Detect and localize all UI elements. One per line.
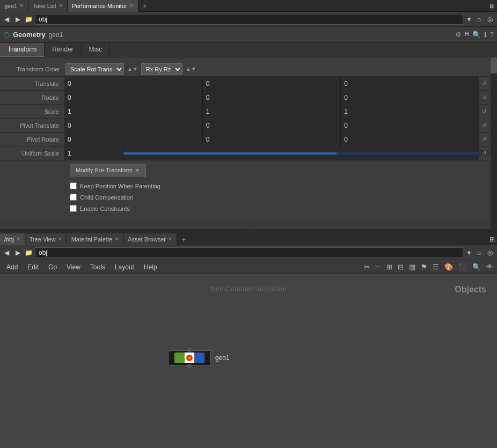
menu-help[interactable]: Help (140, 260, 162, 274)
top-add-tab-button[interactable]: + (138, 2, 151, 10)
bottom-path-input[interactable] (35, 247, 463, 258)
menu-go[interactable]: Go (44, 260, 61, 274)
bottom-tab-list-icon[interactable]: ⊞ (489, 236, 495, 243)
tab-take-list[interactable]: Take List ✕ (28, 0, 67, 12)
tab-list-icon[interactable]: ⊞ (489, 2, 495, 10)
transform-order-select-2[interactable]: Rx Ry Rz (141, 63, 182, 75)
bottom-globe-button[interactable]: ◎ (485, 248, 495, 258)
rotate-x[interactable] (64, 91, 203, 105)
help-icon[interactable]: ? (490, 31, 494, 39)
pivot-rotate-y[interactable] (203, 133, 341, 146)
rotate-z[interactable] (341, 91, 479, 105)
columns-icon[interactable]: ▦ (407, 263, 417, 271)
pivot-rotate-label: Pivot Rotate (0, 136, 64, 143)
tab-perf-close[interactable]: ✕ (129, 3, 134, 9)
tab-tree-close[interactable]: ✕ (58, 236, 62, 242)
tree-icon[interactable]: ⊢ (374, 263, 383, 271)
scale-action[interactable]: ↺ (479, 108, 489, 114)
tab-performance-monitor[interactable]: Performance Monitor ✕ (68, 0, 138, 12)
sub-tabs: Transform Render Misc (0, 43, 497, 57)
forward-button[interactable]: ▶ (13, 14, 23, 24)
search-bottom-icon[interactable]: 🔍 (471, 263, 483, 271)
rotate-action[interactable]: ↺ (479, 94, 489, 100)
back-button[interactable]: ◀ (2, 14, 11, 24)
path-input[interactable] (35, 14, 463, 25)
menu-layout[interactable]: Layout (111, 260, 138, 274)
keep-position-checkbox[interactable] (70, 182, 77, 189)
color-icon[interactable]: 🎨 (443, 263, 455, 271)
tab-asset-browser[interactable]: Asset Browser ✕ (123, 233, 177, 245)
translate-label: Translate (0, 80, 64, 87)
menu-add[interactable]: Add (2, 260, 22, 274)
cut-icon[interactable]: ✂ (362, 263, 371, 271)
translate-z[interactable] (341, 77, 479, 91)
menu-view[interactable]: View (62, 260, 85, 274)
tab-material-close[interactable]: ✕ (114, 236, 119, 242)
box-icon[interactable]: ⬛ (457, 263, 469, 271)
menu-icon-area: ✂ ⊢ ⊞ ⊟ ▦ ⚑ ☰ 🎨 ⬛ 🔍 👁 (362, 263, 495, 271)
eye-icon[interactable]: 👁 (485, 263, 495, 271)
tab-misc[interactable]: Misc (82, 43, 111, 57)
pivot-rotate-x[interactable] (64, 133, 203, 146)
home-button[interactable]: ⌂ (475, 14, 483, 24)
h-icon[interactable]: H (465, 31, 469, 39)
globe-button[interactable]: ◎ (485, 14, 495, 24)
pivot-translate-action[interactable]: ↺ (479, 122, 489, 128)
node-color-green (174, 352, 185, 363)
pivot-rotate-row: Pivot Rotate ↺ (0, 133, 489, 146)
viewport[interactable]: Non-Commercial Edition Objects (0, 274, 497, 448)
scrollbar-thumb[interactable] (491, 57, 497, 74)
scale-z[interactable] (341, 105, 479, 119)
child-compensation-checkbox[interactable] (70, 194, 77, 201)
bottom-add-tab-button[interactable]: + (177, 235, 190, 244)
gear-icon[interactable]: ⚙ (455, 31, 462, 39)
tab-tree-label: Tree View (30, 236, 56, 243)
menu-tools[interactable]: Tools (86, 260, 109, 274)
dropdown-arrow[interactable]: ▾ (465, 14, 473, 24)
bottom-dropdown-arrow[interactable]: ▾ (465, 248, 473, 258)
pivot-rotate-z[interactable] (341, 133, 479, 146)
tab-render[interactable]: Render (45, 43, 81, 57)
uniform-scale-input[interactable] (64, 146, 123, 160)
node-connector-bottom[interactable] (187, 364, 192, 368)
pivot-rotate-action[interactable]: ↺ (479, 136, 489, 142)
tab-geo1-close[interactable]: ✕ (19, 3, 24, 9)
scale-y[interactable] (203, 105, 341, 119)
geo1-node[interactable] (168, 350, 211, 365)
flag-icon[interactable]: ⚑ (419, 263, 429, 271)
bottom-home-button[interactable]: ⌂ (475, 248, 483, 258)
rotate-y[interactable] (203, 91, 341, 105)
translate-action[interactable]: ↺ (479, 80, 489, 86)
table-icon[interactable]: ⊟ (396, 263, 405, 271)
list-icon[interactable]: ☰ (431, 263, 441, 271)
bottom-folder-icon: 📁 (25, 249, 33, 256)
tab-material-palette[interactable]: Material Palette ✕ (67, 233, 123, 245)
tab-tree-view[interactable]: Tree View ✕ (25, 233, 67, 245)
pivot-translate-y[interactable] (203, 119, 341, 133)
enable-constraints-checkbox[interactable] (70, 205, 77, 212)
info-icon[interactable]: ℹ (484, 31, 487, 39)
tab-obj-close[interactable]: ✕ (16, 236, 20, 242)
uniform-scale-label: Uniform Scale (0, 150, 64, 157)
tab-geo1[interactable]: geo1 ✕ (0, 0, 28, 12)
grid-icon[interactable]: ⊞ (385, 263, 394, 271)
tab-transform[interactable]: Transform (0, 43, 45, 57)
tab-geo1-label: geo1 (4, 3, 17, 9)
translate-x[interactable] (64, 77, 203, 91)
translate-y[interactable] (203, 77, 341, 91)
transform-order-select-1[interactable]: Scale Rot Trans (65, 63, 124, 75)
modify-pre-transform-button[interactable]: Modify Pre-Transform ▼ (70, 164, 146, 177)
search-icon[interactable]: 🔍 (472, 31, 481, 39)
scale-x[interactable] (64, 105, 203, 119)
node-connector-top[interactable] (187, 348, 192, 352)
pivot-translate-z[interactable] (341, 119, 479, 133)
tab-obj[interactable]: /obj ✕ (0, 233, 25, 245)
menu-edit[interactable]: Edit (23, 260, 43, 274)
bottom-back-button[interactable]: ◀ (2, 248, 11, 258)
pivot-translate-x[interactable] (64, 119, 203, 133)
tab-asset-close[interactable]: ✕ (168, 236, 172, 242)
uniform-scale-action[interactable]: ↺ (479, 150, 489, 156)
tab-take-list-close[interactable]: ✕ (59, 3, 63, 9)
right-scrollbar[interactable] (491, 57, 497, 229)
bottom-forward-button[interactable]: ▶ (13, 248, 23, 258)
